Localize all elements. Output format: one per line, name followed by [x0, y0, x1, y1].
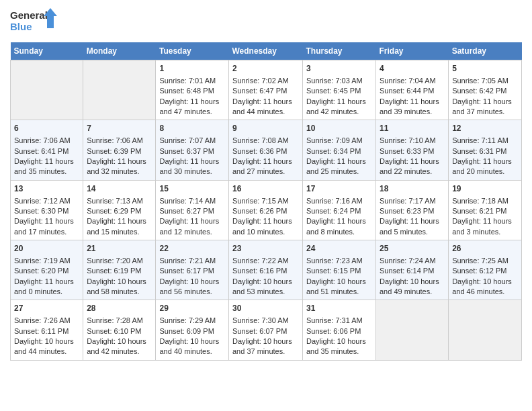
daylight-text: Daylight: 11 hours and 47 minutes. [159, 97, 225, 118]
calendar-cell: 17Sunrise: 7:16 AMSunset: 6:24 PMDayligh… [302, 180, 375, 240]
day-number: 27 [14, 303, 79, 314]
sunset-text: Sunset: 6:07 PM [232, 326, 299, 336]
calendar-table: SundayMondayTuesdayWednesdayThursdayFrid… [10, 42, 522, 361]
week-row: 13Sunrise: 7:12 AMSunset: 6:30 PMDayligh… [11, 180, 522, 240]
daylight-text: Daylight: 11 hours and 35 minutes. [14, 156, 79, 177]
sunrise-text: Sunrise: 7:26 AM [14, 316, 79, 326]
sunrise-text: Sunrise: 7:19 AM [14, 256, 79, 266]
day-number: 9 [232, 123, 299, 134]
calendar-cell: 6Sunrise: 7:06 AMSunset: 6:41 PMDaylight… [11, 120, 83, 180]
calendar-cell: 3Sunrise: 7:03 AMSunset: 6:45 PMDaylight… [302, 60, 375, 120]
week-row: 27Sunrise: 7:26 AMSunset: 6:11 PMDayligh… [11, 300, 522, 360]
daylight-text: Daylight: 11 hours and 15 minutes. [87, 216, 152, 237]
logo-svg: General Blue [10, 7, 57, 37]
sunset-text: Sunset: 6:19 PM [87, 266, 152, 276]
sunset-text: Sunset: 6:14 PM [380, 266, 445, 276]
calendar-cell: 16Sunrise: 7:15 AMSunset: 6:26 PMDayligh… [228, 180, 302, 240]
daylight-text: Daylight: 10 hours and 58 minutes. [87, 277, 152, 298]
sunset-text: Sunset: 6:11 PM [14, 326, 79, 336]
sunrise-text: Sunrise: 7:21 AM [159, 256, 225, 266]
day-number: 15 [159, 183, 225, 195]
calendar-cell: 28Sunrise: 7:28 AMSunset: 6:10 PMDayligh… [83, 300, 156, 360]
header-row: SundayMondayTuesdayWednesdayThursdayFrid… [11, 42, 522, 60]
sunrise-text: Sunrise: 7:11 AM [452, 136, 518, 146]
daylight-text: Daylight: 11 hours and 27 minutes. [232, 156, 299, 177]
calendar-cell: 18Sunrise: 7:17 AMSunset: 6:23 PMDayligh… [375, 180, 448, 240]
daylight-text: Daylight: 10 hours and 40 minutes. [159, 336, 225, 357]
week-row: 20Sunrise: 7:19 AMSunset: 6:20 PMDayligh… [11, 240, 522, 300]
sunrise-text: Sunrise: 7:25 AM [452, 256, 518, 266]
sunrise-text: Sunrise: 7:28 AM [87, 316, 152, 326]
calendar-cell: 27Sunrise: 7:26 AMSunset: 6:11 PMDayligh… [11, 300, 83, 360]
calendar-cell: 30Sunrise: 7:30 AMSunset: 6:07 PMDayligh… [228, 300, 302, 360]
sunset-text: Sunset: 6:23 PM [380, 206, 445, 216]
daylight-text: Daylight: 11 hours and 0 minutes. [14, 277, 79, 298]
sunset-text: Sunset: 6:17 PM [159, 266, 225, 276]
calendar-cell: 1Sunrise: 7:01 AMSunset: 6:48 PMDaylight… [156, 60, 229, 120]
sunset-text: Sunset: 6:37 PM [159, 146, 225, 156]
day-number: 26 [452, 243, 518, 255]
sunset-text: Sunset: 6:30 PM [14, 206, 79, 216]
sunrise-text: Sunrise: 7:05 AM [452, 76, 518, 86]
calendar-cell: 25Sunrise: 7:24 AMSunset: 6:14 PMDayligh… [375, 240, 448, 300]
logo: General Blue [10, 7, 57, 37]
sunrise-text: Sunrise: 7:12 AM [14, 196, 79, 206]
sunrise-text: Sunrise: 7:13 AM [87, 196, 152, 206]
daylight-text: Daylight: 11 hours and 5 minutes. [380, 216, 445, 237]
sunset-text: Sunset: 6:06 PM [306, 326, 372, 336]
sunset-text: Sunset: 6:27 PM [159, 206, 225, 216]
day-number: 30 [232, 303, 299, 314]
sunset-text: Sunset: 6:26 PM [232, 206, 299, 216]
calendar-cell: 9Sunrise: 7:08 AMSunset: 6:36 PMDaylight… [228, 120, 302, 180]
daylight-text: Daylight: 10 hours and 42 minutes. [87, 336, 152, 357]
day-number: 14 [87, 183, 152, 195]
day-number: 5 [452, 63, 518, 75]
sunrise-text: Sunrise: 7:31 AM [306, 316, 372, 326]
day-number: 22 [159, 243, 225, 255]
calendar-cell: 10Sunrise: 7:09 AMSunset: 6:34 PMDayligh… [302, 120, 375, 180]
calendar-cell [11, 60, 83, 120]
header: General Blue [10, 7, 522, 37]
daylight-text: Daylight: 11 hours and 30 minutes. [159, 156, 225, 177]
sunset-text: Sunset: 6:20 PM [14, 266, 79, 276]
daylight-text: Daylight: 11 hours and 32 minutes. [87, 156, 152, 177]
col-header-monday: Monday [83, 42, 156, 60]
sunrise-text: Sunrise: 7:02 AM [232, 76, 299, 86]
calendar-container: General Blue SundayMondayTuesdayWednesda… [0, 0, 532, 371]
daylight-text: Daylight: 11 hours and 12 minutes. [159, 216, 225, 237]
day-number: 6 [14, 123, 79, 134]
calendar-cell: 8Sunrise: 7:07 AMSunset: 6:37 PMDaylight… [156, 120, 229, 180]
calendar-cell: 26Sunrise: 7:25 AMSunset: 6:12 PMDayligh… [449, 240, 522, 300]
svg-text:General: General [10, 9, 48, 21]
daylight-text: Daylight: 10 hours and 46 minutes. [452, 277, 518, 298]
sunset-text: Sunset: 6:21 PM [452, 206, 518, 216]
sunrise-text: Sunrise: 7:18 AM [452, 196, 518, 206]
daylight-text: Daylight: 11 hours and 42 minutes. [306, 97, 372, 118]
daylight-text: Daylight: 10 hours and 35 minutes. [306, 336, 372, 357]
col-header-tuesday: Tuesday [156, 42, 229, 60]
sunset-text: Sunset: 6:16 PM [232, 266, 299, 276]
calendar-cell: 4Sunrise: 7:04 AMSunset: 6:44 PMDaylight… [375, 60, 448, 120]
daylight-text: Daylight: 11 hours and 20 minutes. [452, 156, 518, 177]
sunset-text: Sunset: 6:15 PM [306, 266, 372, 276]
sunset-text: Sunset: 6:10 PM [87, 326, 152, 336]
calendar-cell: 11Sunrise: 7:10 AMSunset: 6:33 PMDayligh… [375, 120, 448, 180]
sunset-text: Sunset: 6:36 PM [232, 146, 299, 156]
day-number: 10 [306, 123, 372, 134]
daylight-text: Daylight: 10 hours and 56 minutes. [159, 277, 225, 298]
daylight-text: Daylight: 11 hours and 37 minutes. [452, 97, 518, 118]
day-number: 16 [232, 183, 299, 195]
day-number: 2 [232, 63, 299, 75]
daylight-text: Daylight: 10 hours and 49 minutes. [380, 277, 445, 298]
calendar-cell: 7Sunrise: 7:06 AMSunset: 6:39 PMDaylight… [83, 120, 156, 180]
daylight-text: Daylight: 11 hours and 3 minutes. [452, 216, 518, 237]
daylight-text: Daylight: 10 hours and 51 minutes. [306, 277, 372, 298]
day-number: 28 [87, 303, 152, 314]
sunrise-text: Sunrise: 7:03 AM [306, 76, 372, 86]
calendar-cell: 22Sunrise: 7:21 AMSunset: 6:17 PMDayligh… [156, 240, 229, 300]
day-number: 29 [159, 303, 225, 314]
sunrise-text: Sunrise: 7:04 AM [380, 76, 445, 86]
calendar-cell: 15Sunrise: 7:14 AMSunset: 6:27 PMDayligh… [156, 180, 229, 240]
daylight-text: Daylight: 11 hours and 39 minutes. [380, 97, 445, 118]
sunrise-text: Sunrise: 7:08 AM [232, 136, 299, 146]
